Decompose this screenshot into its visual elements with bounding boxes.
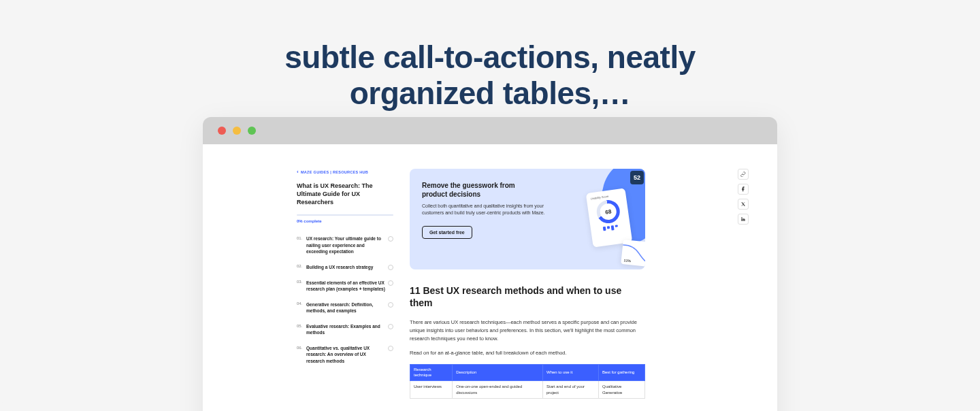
breadcrumb[interactable]: MAZE GUIDES | RESOURCES HUB — [297, 169, 393, 175]
cta-card: Remove the guesswork from product decisi… — [410, 169, 645, 269]
mini-bars — [595, 224, 627, 233]
headline-line1: subtle call-to-actions, neatly — [0, 39, 980, 76]
maximize-dot[interactable] — [248, 127, 256, 135]
toc-text: Evaluative research: Examples and method… — [306, 323, 393, 335]
x-twitter-icon[interactable] — [738, 199, 749, 210]
toc-status-circle — [388, 302, 393, 308]
toc-num: 05. — [297, 323, 306, 328]
browser-titlebar — [203, 117, 777, 144]
main-content: Remove the guesswork from product decisi… — [410, 169, 645, 411]
table-row: User interviewsOne-on-one open-ended and… — [410, 381, 645, 398]
toc-item-4[interactable]: 04.Generative research: Definition, meth… — [297, 301, 393, 314]
toc-num: 06. — [297, 345, 306, 350]
toc-item-1[interactable]: 01.UX research: Your ultimate guide to n… — [297, 235, 393, 254]
cta-desc: Collect both quantitative and qualitativ… — [422, 203, 565, 216]
table-header: Best for gathering — [599, 364, 645, 381]
toc-status-circle — [388, 280, 393, 286]
progress-bar — [297, 214, 393, 216]
cta-title: Remove the guesswork from product decisi… — [422, 181, 538, 199]
toc-item-5[interactable]: 05.Evaluative research: Examples and met… — [297, 323, 393, 335]
table-cell: User interviews — [410, 381, 453, 398]
trend-card: 11% — [621, 240, 645, 267]
toc-item-2[interactable]: 02.Building a UX research strategy — [297, 264, 393, 270]
table-cell: Start and end of your project — [542, 381, 598, 398]
toc-text: Essential elements of an effective UX re… — [306, 280, 393, 292]
article-title: 11 Best UX research methods and when to … — [410, 284, 645, 309]
toc-text: Quantitative vs. qualitative UX research… — [306, 345, 393, 363]
article-p2: Read on for an at-a-glance table, and fu… — [410, 349, 645, 357]
headline: subtle call-to-actions, neatly organized… — [0, 0, 980, 112]
toc-item-3[interactable]: 03.Essential elements of an effective UX… — [297, 280, 393, 292]
table-header: Research technique — [410, 364, 453, 381]
table-cell: Qualitative Generative — [599, 381, 645, 398]
toc-num: 01. — [297, 235, 306, 240]
minimize-dot[interactable] — [233, 127, 241, 135]
trend-pct: 11% — [624, 258, 632, 263]
toc-status-circle — [388, 265, 393, 270]
progress-text: 0% complete — [297, 219, 393, 223]
toc-num: 02. — [297, 264, 306, 269]
donut-chart — [595, 199, 621, 225]
cta-button[interactable]: Get started free — [422, 226, 472, 239]
table-header: Description — [453, 364, 543, 381]
table-cell: One-on-one open-ended and guided discuss… — [453, 381, 543, 398]
methods-table: Research techniqueDescriptionWhen to use… — [410, 364, 645, 399]
headline-line2: organized tables,… — [0, 76, 980, 112]
usability-label: Usability Score — [590, 193, 621, 200]
linkedin-icon[interactable] — [738, 214, 749, 225]
facebook-icon[interactable] — [738, 184, 749, 195]
browser-content: MAZE GUIDES | RESOURCES HUB What is UX R… — [203, 144, 777, 411]
sidebar-title: What is UX Research: The Ultimate Guide … — [297, 182, 393, 206]
social-rail — [738, 169, 749, 225]
share-link-icon[interactable] — [738, 169, 749, 180]
toc-text: Building a UX research strategy — [306, 264, 393, 270]
toc-text: UX research: Your ultimate guide to nail… — [306, 235, 393, 254]
toc-item-6[interactable]: 06.Quantitative vs. qualitative UX resea… — [297, 345, 393, 363]
browser-window: MAZE GUIDES | RESOURCES HUB What is UX R… — [203, 117, 777, 411]
badge-52: 52 — [630, 171, 644, 184]
table-header: When to use it — [542, 364, 598, 381]
sidebar: MAZE GUIDES | RESOURCES HUB What is UX R… — [297, 169, 393, 411]
article-p1: There are various UX research techniques… — [410, 318, 645, 342]
close-dot[interactable] — [218, 127, 226, 135]
toc-num: 04. — [297, 301, 306, 306]
toc-num: 03. — [297, 280, 306, 284]
usability-card: Usability Score — [586, 188, 633, 247]
toc-text: Generative research: Definition, methods… — [306, 301, 393, 314]
cta-graphic: 52 Usability Score 11% — [561, 169, 645, 269]
